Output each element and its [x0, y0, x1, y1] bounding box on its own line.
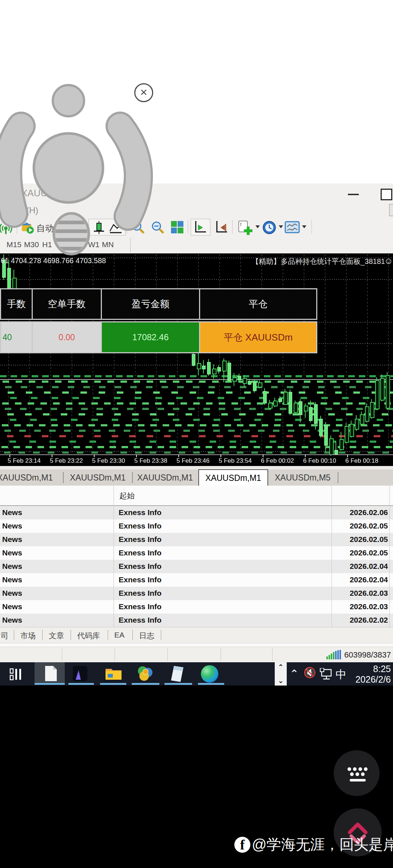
connection-signal-icon — [326, 650, 342, 659]
terminal-tab-代码库[interactable]: 代码库 — [77, 631, 100, 641]
taskbar-file-explorer-icon[interactable] — [105, 666, 122, 681]
terminal-tab-市场[interactable]: 市场 — [20, 631, 36, 641]
network-icon[interactable] — [319, 668, 333, 680]
maximize-button[interactable] — [381, 189, 392, 200]
taskbar-app-document-icon[interactable] — [43, 665, 58, 682]
news-source: News — [2, 616, 22, 624]
watermark-head — [53, 85, 84, 116]
close-icon[interactable]: × — [134, 83, 153, 102]
keyboard-button[interactable] — [334, 750, 380, 796]
minimize-button[interactable] — [348, 194, 359, 195]
tray-expand-icon[interactable]: ⌃ — [290, 667, 299, 680]
ime-indicator[interactable]: 中 — [336, 667, 346, 682]
templates-icon[interactable] — [285, 220, 300, 234]
chart-tab[interactable]: XAUUSDm,M1 — [70, 473, 126, 483]
scroll-up-icon[interactable]: ⌃ — [275, 663, 287, 671]
terminal-tab-separator — [14, 630, 14, 640]
news-date: 2026.02.03 — [350, 602, 388, 611]
smiley-icon[interactable]: ☺ — [384, 256, 393, 266]
candle-body — [197, 363, 201, 369]
scroll-down-icon[interactable]: ⌄ — [275, 677, 287, 685]
periods-dropdown-icon[interactable] — [279, 225, 283, 228]
news-source: News — [2, 508, 22, 517]
clock-date[interactable]: 2026/2/6 — [349, 674, 391, 685]
terminal-tab-司[interactable]: 司 — [1, 631, 8, 641]
news-row[interactable]: NewsExness Info2026.02.05 — [0, 546, 393, 560]
taskbar-underline — [68, 683, 94, 685]
terminal-tab-EA[interactable]: EA — [114, 631, 124, 639]
taskbar-coins-app-icon[interactable] — [137, 664, 154, 683]
volume-muted-icon[interactable]: 🔇 — [303, 667, 316, 679]
news-row[interactable]: NewsExness Info2026.02.04 — [0, 573, 393, 587]
remote-scrollbar[interactable]: ⌃ ⌄ — [275, 662, 287, 686]
axis-label: 5 Feb 23:30 — [92, 457, 125, 465]
news-date: 2026.02.03 — [350, 589, 388, 598]
dense-row-green — [0, 391, 393, 394]
news-row[interactable]: NewsExness Info2026.02.05 — [0, 533, 393, 546]
clock-time[interactable]: 8:25 — [360, 664, 391, 674]
terminal-tab-文章[interactable]: 文章 — [49, 631, 64, 641]
axis-tick — [305, 454, 306, 457]
taskbar-notepad-icon[interactable] — [169, 665, 186, 683]
news-title: Exness Info — [119, 575, 162, 584]
taskbar-underline — [100, 683, 126, 685]
taskbar-edge-browser-icon[interactable] — [201, 665, 218, 683]
news-row[interactable]: NewsExness Info2026.02.02 — [0, 614, 393, 627]
chart-tab[interactable]: XAUUSDm,M1 — [137, 473, 193, 483]
candle-body — [222, 361, 227, 371]
auto-scroll-icon[interactable] — [193, 220, 207, 235]
taskbar-app-purple-icon[interactable] — [72, 665, 88, 682]
social-watermark: f @学海无涯，回头是岸 — [234, 835, 393, 855]
news-title: Exness Info — [119, 548, 162, 557]
candle-body — [243, 378, 247, 384]
candle-body — [278, 398, 282, 402]
axis-label: 5 Feb 23:46 — [176, 457, 210, 465]
periods-clock-icon[interactable] — [262, 220, 277, 235]
close-position-button[interactable]: 平仓 XAUUSDm — [199, 321, 317, 353]
candle-body — [380, 378, 385, 401]
facebook-icon: f — [234, 837, 250, 853]
news-source: News — [2, 575, 22, 584]
news-row[interactable]: NewsExness Info2026.02.04 — [0, 560, 393, 573]
dense-row-green — [0, 451, 393, 454]
terminal-tab-日志[interactable]: 日志 — [139, 631, 154, 641]
chart-tab[interactable]: XAUUSDm,M5 — [275, 473, 330, 483]
panel-value-short-lots: 0.00 — [32, 321, 102, 353]
candle-body — [324, 425, 328, 446]
tile-windows-icon[interactable] — [170, 220, 184, 234]
dense-row-green — [0, 413, 393, 415]
candle-body — [248, 381, 251, 385]
candle-body — [334, 450, 338, 454]
news-row[interactable]: NewsExness Info2026.02.03 — [0, 600, 393, 614]
news-row[interactable]: NewsExness Info2026.02.03 — [0, 587, 393, 600]
child-window-controls[interactable] — [389, 204, 393, 216]
candle-body — [375, 380, 380, 409]
news-header-start-column: 起始 — [119, 491, 135, 501]
candle-body — [207, 362, 211, 374]
social-handle: @学海无涯，回头是岸 — [252, 835, 393, 855]
candle-body — [263, 391, 267, 403]
chart-tab-active[interactable]: XAUUSDm,M1 — [198, 469, 268, 486]
chart-tab[interactable]: XAUUSDm,M1 — [0, 473, 53, 483]
price-chart[interactable]: 手数 空单手数 盈亏金额 平仓 40 0.00 17082.46 平仓 XAUU… — [0, 254, 393, 469]
candle-body — [309, 407, 313, 421]
templates-dropdown-icon[interactable] — [302, 225, 306, 228]
panel-header-close: 平仓 — [199, 288, 317, 320]
chart-shift-icon[interactable] — [214, 220, 229, 235]
task-view-icon[interactable] — [9, 667, 24, 681]
candle-body — [304, 406, 308, 411]
news-row[interactable]: NewsExness Info2026.02.06 — [0, 506, 393, 519]
indicators-dropdown-icon[interactable] — [255, 225, 260, 228]
watermark-foot — [51, 213, 92, 254]
keyboard-icon — [334, 750, 380, 796]
indicators-icon[interactable]: f — [237, 220, 253, 236]
dense-row-green — [0, 386, 393, 388]
news-date: 2026.02.05 — [350, 522, 388, 530]
axis-label: 6 Feb 00:18 — [345, 457, 378, 465]
candle-body — [345, 426, 349, 443]
candle-body — [360, 414, 364, 425]
panel-header-lots: 手数 — [0, 288, 33, 320]
news-row[interactable]: NewsExness Info2026.02.05 — [0, 519, 393, 533]
candle-body — [299, 401, 302, 415]
position-panel-table: 手数 空单手数 盈亏金额 平仓 40 0.00 17082.46 平仓 XAUU… — [0, 288, 317, 354]
